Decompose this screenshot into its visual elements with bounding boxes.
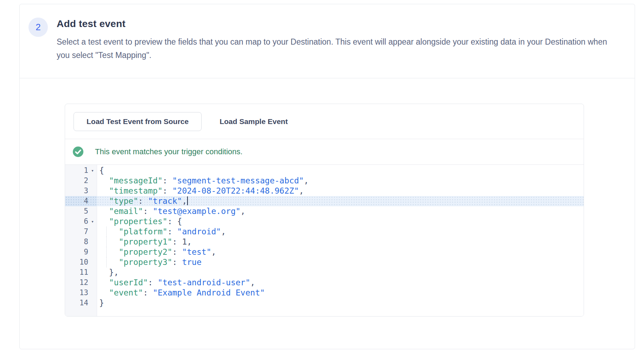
fold-spacer bbox=[88, 257, 97, 267]
gutter-cell: 12 bbox=[65, 278, 97, 288]
section-body: Load Test Event from Source Load Sample … bbox=[20, 78, 635, 317]
code-text[interactable]: "type": "track", bbox=[97, 196, 584, 206]
line-number: 8 bbox=[84, 237, 88, 247]
code-text[interactable]: "properties": { bbox=[97, 216, 584, 227]
fold-spacer bbox=[88, 278, 97, 288]
code-line-12[interactable]: 12 "userId": "test-android-user", bbox=[65, 278, 584, 288]
indent-guide bbox=[106, 247, 107, 257]
load-sample-event-button[interactable]: Load Sample Event bbox=[205, 112, 302, 131]
code-line-10[interactable]: 10 "property3": true bbox=[65, 257, 584, 267]
fold-arrow-icon[interactable]: ▾ bbox=[88, 216, 97, 227]
indent-guide bbox=[106, 237, 107, 247]
line-number: 13 bbox=[80, 288, 88, 298]
gutter-cell: 11 bbox=[65, 267, 97, 278]
line-number: 14 bbox=[80, 298, 88, 308]
line-number: 6 bbox=[84, 216, 88, 227]
gutter-cell: 13 bbox=[65, 288, 97, 298]
load-test-event-button[interactable]: Load Test Event from Source bbox=[74, 112, 202, 131]
trigger-status-message: This event matches your trigger conditio… bbox=[95, 147, 242, 156]
gutter-cell: 2 bbox=[65, 176, 97, 186]
fold-spacer bbox=[88, 298, 97, 308]
editor-lines: 1▾{2 "messageId": "segment-test-message-… bbox=[65, 165, 584, 308]
gutter-cell: 7 bbox=[65, 227, 97, 237]
line-number: 5 bbox=[84, 206, 88, 216]
code-line-7[interactable]: 7 "platform": "android", bbox=[65, 227, 584, 237]
code-text[interactable]: { bbox=[97, 165, 584, 176]
line-number: 10 bbox=[80, 257, 88, 267]
page-description: Select a test event to preview the field… bbox=[57, 35, 616, 62]
line-number: 4 bbox=[84, 196, 88, 206]
fold-spacer bbox=[88, 176, 97, 186]
page-title: Add test event bbox=[57, 18, 616, 30]
fold-spacer bbox=[88, 196, 97, 206]
event-toolbar: Load Test Event from Source Load Sample … bbox=[65, 104, 584, 139]
line-number: 7 bbox=[84, 227, 88, 237]
gutter-cell: 14 bbox=[65, 298, 97, 308]
code-line-2[interactable]: 2 "messageId": "segment-test-message-abc… bbox=[65, 176, 584, 186]
line-number: 1 bbox=[84, 165, 88, 176]
code-line-4[interactable]: 4 "type": "track", bbox=[65, 196, 584, 206]
code-text[interactable]: "event": "Example Android Event" bbox=[97, 288, 584, 298]
fold-spacer bbox=[88, 267, 97, 278]
code-line-5[interactable]: 5 "email": "test@example.org", bbox=[65, 206, 584, 216]
header-content: Add test event Select a test event to pr… bbox=[57, 17, 616, 62]
line-number: 2 bbox=[84, 176, 88, 186]
fold-spacer bbox=[88, 186, 97, 196]
gutter-cell: 9 bbox=[65, 247, 97, 257]
code-line-11[interactable]: 11 }, bbox=[65, 267, 584, 278]
line-number: 12 bbox=[80, 278, 88, 288]
trigger-status-row: This event matches your trigger conditio… bbox=[65, 139, 584, 164]
check-circle-icon bbox=[73, 147, 83, 157]
fold-spacer bbox=[88, 227, 97, 237]
gutter-cell: 10 bbox=[65, 257, 97, 267]
test-event-panel: Load Test Event from Source Load Sample … bbox=[65, 104, 584, 317]
gutter-cell: 4 bbox=[65, 196, 97, 206]
gutter-cell: 1▾ bbox=[65, 165, 97, 176]
fold-arrow-icon[interactable]: ▾ bbox=[88, 165, 97, 176]
code-text[interactable]: "userId": "test-android-user", bbox=[97, 278, 584, 288]
code-line-1[interactable]: 1▾{ bbox=[65, 165, 584, 176]
code-line-13[interactable]: 13 "event": "Example Android Event" bbox=[65, 288, 584, 298]
fold-spacer bbox=[88, 288, 97, 298]
code-text[interactable]: "property3": true bbox=[97, 257, 584, 267]
add-test-event-card: 2 Add test event Select a test event to … bbox=[19, 4, 635, 349]
code-line-3[interactable]: 3 "timestamp": "2024-08-20T22:44:48.962Z… bbox=[65, 186, 584, 196]
card-header: 2 Add test event Select a test event to … bbox=[20, 4, 635, 62]
code-text[interactable]: "timestamp": "2024-08-20T22:44:48.962Z", bbox=[97, 186, 584, 196]
code-text[interactable]: "platform": "android", bbox=[97, 227, 584, 237]
gutter-cell: 5 bbox=[65, 206, 97, 216]
code-line-6[interactable]: 6▾ "properties": { bbox=[65, 216, 584, 227]
line-number: 9 bbox=[84, 247, 88, 257]
code-text[interactable]: "property2": "test", bbox=[97, 247, 584, 257]
code-text[interactable]: "property1": 1, bbox=[97, 237, 584, 247]
fold-spacer bbox=[88, 237, 97, 247]
json-code-editor[interactable]: 1▾{2 "messageId": "segment-test-message-… bbox=[65, 164, 584, 316]
gutter-cell: 6▾ bbox=[65, 216, 97, 227]
code-line-14[interactable]: 14} bbox=[65, 298, 584, 308]
code-text[interactable]: "email": "test@example.org", bbox=[97, 206, 584, 216]
text-cursor bbox=[187, 196, 188, 205]
code-text[interactable]: }, bbox=[97, 267, 584, 278]
code-text[interactable]: "messageId": "segment-test-message-abcd"… bbox=[97, 176, 584, 186]
indent-guide bbox=[106, 257, 107, 267]
gutter-cell: 8 bbox=[65, 237, 97, 247]
step-number-badge: 2 bbox=[28, 18, 48, 37]
code-line-9[interactable]: 9 "property2": "test", bbox=[65, 247, 584, 257]
gutter-cell: 3 bbox=[65, 186, 97, 196]
fold-spacer bbox=[88, 206, 97, 216]
fold-spacer bbox=[88, 247, 97, 257]
line-number: 3 bbox=[84, 186, 88, 196]
indent-guide bbox=[106, 227, 107, 237]
code-text[interactable]: } bbox=[97, 298, 584, 308]
code-line-8[interactable]: 8 "property1": 1, bbox=[65, 237, 584, 247]
line-number: 11 bbox=[80, 267, 88, 278]
